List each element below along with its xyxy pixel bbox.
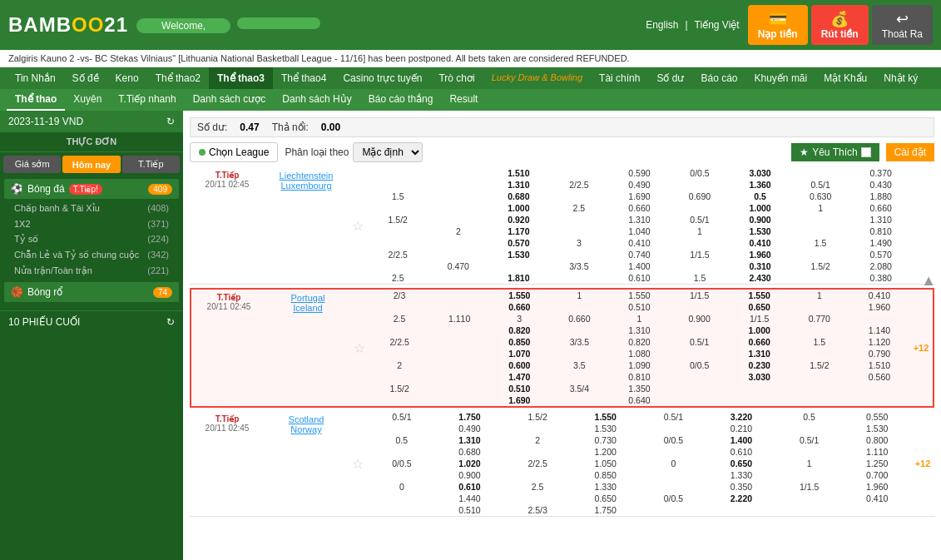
btn-t-tiep[interactable]: T.Tiếp	[122, 156, 180, 173]
odds-cell[interactable]: 0/0.5	[670, 167, 731, 179]
odds-cell[interactable]	[428, 167, 489, 179]
odds-cell[interactable]	[775, 493, 844, 504]
odds-cell[interactable]: 2.5	[369, 313, 429, 325]
odds-cell[interactable]	[775, 423, 844, 434]
odds-cell[interactable]: 3.5	[549, 359, 609, 371]
sidebar-bong-da[interactable]: ⚽ Bóng đá T.Tiếp! 409	[4, 179, 179, 199]
odds-cell[interactable]	[429, 371, 489, 383]
odds-cell[interactable]	[670, 179, 731, 191]
odds-cell[interactable]: 0.510	[489, 383, 549, 394]
odds-cell[interactable]	[640, 423, 708, 434]
odds-cell[interactable]: 0.590	[609, 167, 670, 179]
odds-cell[interactable]: 0.570	[488, 237, 549, 249]
odds-cell[interactable]: 1.120	[849, 336, 909, 348]
odds-cell[interactable]: 0.380	[850, 272, 911, 284]
odds-cell[interactable]	[503, 446, 572, 458]
odds-cell[interactable]: 0.610	[707, 446, 775, 458]
subnav-baocao-thang[interactable]: Báo cáo thắng	[360, 89, 442, 111]
btn-gia-som[interactable]: Giá sớm	[3, 156, 61, 173]
odds-cell[interactable]: 1.040	[609, 225, 670, 237]
odds-cell[interactable]	[368, 504, 436, 516]
favorite-star-icon[interactable]: ☆	[352, 219, 364, 233]
cai-dat-button[interactable]: Cài đặt	[886, 143, 934, 161]
odds-cell[interactable]	[428, 202, 489, 214]
subnav-ttiep-nhanh[interactable]: T.Tiếp nhanh	[110, 89, 184, 111]
odds-cell[interactable]: 0.650	[730, 301, 790, 313]
odds-cell[interactable]: 1.080	[609, 348, 669, 359]
odds-cell[interactable]	[428, 237, 489, 249]
odds-cell[interactable]	[640, 469, 708, 481]
odds-cell[interactable]	[849, 313, 909, 325]
odds-cell[interactable]: 3	[489, 313, 549, 325]
odds-cell[interactable]	[429, 383, 489, 394]
odds-cell[interactable]: 1.550	[609, 290, 669, 301]
odds-cell[interactable]: 1.530	[572, 423, 640, 434]
rut-tien-button[interactable]: 💰 Rút tiền	[811, 5, 869, 45]
odds-cell[interactable]	[730, 383, 790, 394]
star-cell[interactable]: ☆	[348, 411, 368, 516]
phan-loai-select[interactable]: Mặc định	[353, 142, 423, 162]
odds-cell[interactable]	[368, 469, 436, 481]
odds-cell[interactable]	[670, 348, 730, 359]
odds-cell[interactable]	[368, 423, 436, 434]
odds-cell[interactable]: 2	[503, 434, 572, 446]
odds-cell[interactable]: 0.5/1	[790, 179, 851, 191]
odds-cell[interactable]: 3.5/4	[549, 383, 609, 394]
odds-cell[interactable]: 0.230	[730, 359, 790, 371]
odds-cell[interactable]	[549, 325, 609, 336]
odds-cell[interactable]: 1.250	[843, 458, 911, 469]
odds-cell[interactable]: 1	[549, 290, 609, 301]
odds-cell[interactable]	[790, 371, 849, 383]
odds-cell[interactable]	[790, 394, 849, 406]
odds-cell[interactable]	[790, 383, 849, 394]
odds-cell[interactable]: 2.5/3	[503, 504, 572, 516]
odds-cell[interactable]: 1.110	[429, 313, 489, 325]
btn-hom-nay[interactable]: Hôm nay	[62, 156, 120, 173]
odds-cell[interactable]: 0.680	[488, 191, 549, 202]
subnav-xuyen[interactable]: Xuyên	[65, 89, 110, 111]
odds-cell[interactable]	[368, 260, 428, 272]
odds-cell[interactable]	[790, 167, 851, 179]
nav-tin-nhan[interactable]: Tin Nhắn	[7, 67, 64, 89]
odds-cell[interactable]: 0.410	[843, 493, 911, 504]
odds-cell[interactable]: 0.310	[730, 260, 790, 272]
nav-baocao[interactable]: Báo cáo	[692, 67, 745, 89]
odds-cell[interactable]	[549, 167, 610, 179]
odds-cell[interactable]	[790, 301, 849, 313]
odds-cell[interactable]: 1.360	[730, 179, 790, 191]
odds-cell[interactable]	[670, 301, 730, 313]
odds-cell[interactable]: 0.430	[850, 179, 911, 191]
odds-cell[interactable]: 1.510	[488, 167, 549, 179]
subnav-danhsach-huy[interactable]: Danh sách Hủy	[274, 89, 359, 111]
more-btn[interactable]	[911, 167, 934, 284]
chon-league-button[interactable]: Chọn League	[190, 142, 278, 162]
nav-taichinh[interactable]: Tài chính	[591, 67, 648, 89]
odds-cell[interactable]	[790, 225, 851, 237]
odds-cell[interactable]: 0.660	[730, 336, 790, 348]
odds-cell[interactable]	[549, 272, 610, 284]
odds-cell[interactable]: 2/2.5	[503, 458, 572, 469]
odds-cell[interactable]: 1.530	[488, 249, 549, 260]
odds-cell[interactable]: 0	[368, 481, 436, 493]
odds-cell[interactable]	[549, 249, 610, 260]
iceland-link[interactable]: Iceland	[293, 303, 322, 313]
odds-cell[interactable]	[790, 272, 851, 284]
subnav-result[interactable]: Result	[441, 89, 486, 111]
thoat-ra-button[interactable]: ↩ Thoát Ra	[872, 5, 933, 45]
odds-cell[interactable]: 0.700	[843, 469, 911, 481]
subnav-thethao[interactable]: Thể thao	[7, 89, 65, 111]
odds-cell[interactable]: 0.5/1	[775, 434, 844, 446]
odds-cell[interactable]	[429, 359, 489, 371]
odds-cell[interactable]: 0.5	[730, 191, 790, 202]
odds-cell[interactable]: 0.790	[849, 348, 909, 359]
odds-cell[interactable]: 1	[790, 290, 849, 301]
odds-cell[interactable]: 0.650	[572, 493, 640, 504]
odds-cell[interactable]: 0.850	[572, 469, 640, 481]
odds-cell[interactable]: 1.350	[609, 383, 669, 394]
star-cell[interactable]: ☆	[348, 167, 368, 284]
odds-cell[interactable]: 3.030	[730, 167, 790, 179]
norway-link[interactable]: Norway	[290, 424, 321, 434]
scroll-up-icon[interactable]: ▲	[921, 271, 936, 289]
odds-cell[interactable]: 1.690	[489, 394, 549, 406]
odds-cell[interactable]: 1.310	[436, 434, 504, 446]
